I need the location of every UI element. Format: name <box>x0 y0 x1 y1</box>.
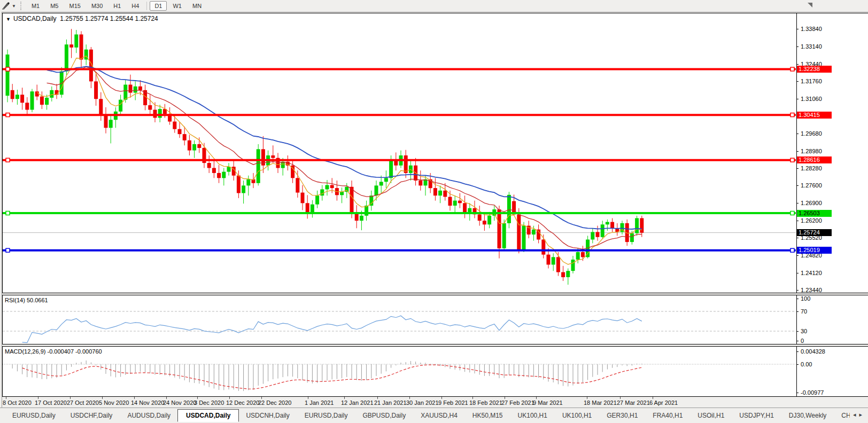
symbol-tab-usdcnh[interactable]: USDCNH,Daily <box>239 410 296 421</box>
date-label: 6 Apr 2021 <box>649 400 678 406</box>
tab-scroll-right-icon[interactable]: ▸ <box>859 411 865 418</box>
macd-tick-label: 0.00 <box>801 361 812 367</box>
rsi-indicator-pane[interactable] <box>3 295 796 344</box>
date-label: 27 Feb 2021 <box>501 400 534 406</box>
timeframe-button-m1[interactable]: M1 <box>27 1 44 11</box>
date-label: 27 Oct 2020 <box>67 400 99 406</box>
tab-scroll-left-icon[interactable]: ◂ <box>853 411 859 418</box>
rsi-tick <box>796 331 799 332</box>
date-tick <box>102 397 103 399</box>
price-tick-label: 1.33140 <box>801 43 822 50</box>
timeframe-button-h4[interactable]: H4 <box>127 1 144 11</box>
price-tick <box>796 273 799 273</box>
symbol-tab-uk100[interactable]: UK100,H1 <box>555 410 599 421</box>
symbol-tab-gbpusd[interactable]: GBPUSD,Daily <box>355 410 413 421</box>
main-price-chart[interactable] <box>3 13 796 293</box>
symbol-tab-uk100[interactable]: UK100,H1 <box>511 410 554 421</box>
toolbar-corner-arrow-icon[interactable] <box>808 3 812 7</box>
date-tick <box>308 397 308 399</box>
price-tick <box>796 221 799 221</box>
macd-indicator-pane[interactable] <box>3 347 796 396</box>
symbol-tabs: EURUSD,DailyUSDCHF,DailyAUDUSD,DailyUSDC… <box>5 409 850 422</box>
symbol-tab-china300[interactable]: CHINA300,H1 <box>834 410 850 421</box>
toolbar-grip-handle[interactable] <box>20 2 23 10</box>
date-label: 3 Dec 2020 <box>194 400 224 406</box>
date-tick <box>134 397 135 399</box>
date-label: 5 Nov 2020 <box>99 400 129 406</box>
timeframe-button-m30[interactable]: M30 <box>87 1 107 11</box>
price-tick-label: 1.26900 <box>801 200 822 206</box>
rsi-tick <box>796 299 799 299</box>
symbol-tab-usdjpy[interactable]: USDJPY,H1 <box>732 410 780 421</box>
date-tick <box>653 397 653 399</box>
timeframe-button-w1[interactable]: W1 <box>168 1 187 11</box>
symbol-tab-dj30[interactable]: DJ30,Weekly <box>782 410 833 421</box>
date-label: 9 Feb 2021 <box>438 400 468 406</box>
date-label: 18 Mar 2021 <box>584 400 617 406</box>
tab-scroll-arrows: ◂▸ <box>853 411 865 418</box>
tool-dropdown-caret-icon[interactable]: ▼ <box>12 4 16 9</box>
price-tick <box>796 185 799 186</box>
symbol-tab-usdchf[interactable]: USDCHF,Daily <box>64 410 120 421</box>
date-tick <box>472 397 473 399</box>
date-label: 8 Oct 2020 <box>3 400 32 406</box>
crosshair-tool-icon[interactable] <box>2 2 11 10</box>
date-tick <box>409 397 410 399</box>
symbol-tab-ger30[interactable]: GER30,H1 <box>600 410 645 421</box>
price-tick <box>796 255 799 256</box>
price-tick-label: 1.29680 <box>801 130 822 137</box>
date-tick <box>377 397 378 399</box>
date-label: 18 Feb 2021 <box>469 400 502 406</box>
current-price-label: 1.25724 <box>797 229 832 236</box>
symbol-tab-bar: EURUSD,DailyUSDCHF,DailyAUDUSD,DailyUSDC… <box>0 408 868 423</box>
price-tick <box>796 151 799 152</box>
symbol-tab-hk50[interactable]: HK50,M15 <box>466 410 510 421</box>
price-tick-label: 1.24120 <box>801 270 822 276</box>
timeframe-button-m15[interactable]: M15 <box>64 1 85 11</box>
date-tick <box>620 397 621 399</box>
price-tick <box>796 64 799 65</box>
rsi-tick <box>796 311 799 312</box>
date-label: 27 Mar 2021 <box>617 400 650 406</box>
date-tick <box>166 397 167 399</box>
macd-tick-label: -0.00977 <box>801 389 824 396</box>
date-tick <box>536 397 537 399</box>
date-tick <box>229 397 230 399</box>
date-tick <box>38 397 38 399</box>
date-tick <box>6 397 6 399</box>
symbol-tab-usoil[interactable]: USOil,H1 <box>691 410 731 421</box>
symbol-tab-usdcad[interactable]: USDCAD,Daily <box>177 409 239 422</box>
rsi-tick <box>796 341 799 341</box>
price-tick-label: 1.23440 <box>801 287 822 293</box>
timeframe-button-h1[interactable]: H1 <box>108 1 126 11</box>
macd-tick-label: 0.004328 <box>801 348 825 355</box>
level-price-label: 1.28616 <box>797 156 832 163</box>
mt4-application-window: ▼ M1M5M15M30H1H4D1W1MN ▼USDCAD,Daily 1.2… <box>0 0 868 423</box>
date-tick <box>197 397 198 399</box>
price-tick <box>796 134 799 134</box>
symbol-tab-fra40[interactable]: FRA40,H1 <box>646 410 689 421</box>
date-tick <box>505 397 505 399</box>
level-price-label: 1.32238 <box>797 66 832 73</box>
timeframe-button-m5[interactable]: M5 <box>45 1 63 11</box>
symbol-tab-eurusd[interactable]: EURUSD,Daily <box>298 410 355 421</box>
rsi-tick-label: 0 <box>801 338 804 344</box>
macd-tick <box>796 364 799 365</box>
price-tick <box>796 238 799 238</box>
timeframe-button-mn[interactable]: MN <box>188 1 206 11</box>
price-tick <box>796 99 799 99</box>
date-tick <box>441 397 442 399</box>
price-tick <box>796 203 799 203</box>
price-tick-label: 1.26200 <box>801 217 822 224</box>
symbol-tab-eurusd[interactable]: EURUSD,Daily <box>5 410 63 421</box>
timeframe-button-d1[interactable]: D1 <box>150 1 167 11</box>
rsi-tick-label: 30 <box>801 328 807 334</box>
price-tick <box>796 168 799 169</box>
symbol-tab-audusd[interactable]: AUDUSD,Daily <box>120 410 177 421</box>
symbol-tab-xauusd[interactable]: XAUUSD,H4 <box>414 410 464 421</box>
price-tick-label: 1.28980 <box>801 148 822 154</box>
date-label: 14 Nov 2020 <box>131 400 164 406</box>
date-label: 12 Jan 2021 <box>341 400 374 406</box>
date-label: 17 Oct 2020 <box>35 400 67 406</box>
toolbar-separator <box>146 2 147 10</box>
